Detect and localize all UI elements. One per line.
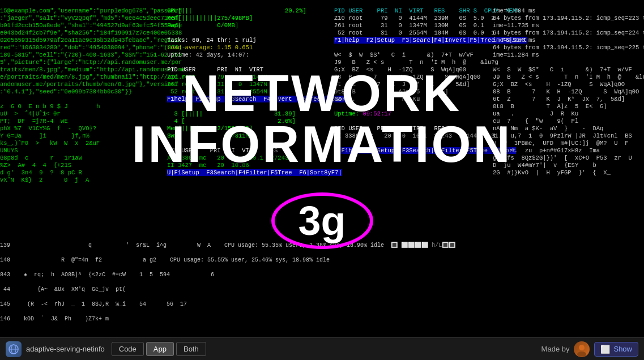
tab-code-button[interactable]: Code <box>112 342 144 356</box>
show-button-label: Show <box>613 345 632 353</box>
avatar <box>574 341 590 357</box>
svg-point-4 <box>577 352 586 357</box>
show-icon: ⬜ <box>600 345 610 354</box>
bottom-toolbar: adaptive-serving-netinfo Code App Both M… <box>0 337 644 360</box>
terminal-col1: 15@example.com","username":"purpledog678… <box>0 0 164 191</box>
terminal-col4: ime=9.904 ms 64 bytes from 173.194.115.2… <box>493 0 644 184</box>
network-type-badge: 3g <box>298 198 346 244</box>
app-icon <box>6 341 22 357</box>
tab-both-button[interactable]: Both <box>176 342 206 356</box>
app-name: adaptive-serving-netinfo <box>26 345 105 353</box>
network-badge-circle: 3g <box>271 192 373 249</box>
svg-point-3 <box>579 345 585 350</box>
terminal-background: 15@example.com","username":"purpledog678… <box>0 0 644 337</box>
tab-app-button[interactable]: App <box>146 342 174 356</box>
terminal-col2: CPU[||| 20.2%] Mem[||||||||||275/498MB] … <box>167 0 331 184</box>
show-button[interactable]: ⬜ Show <box>594 342 638 357</box>
terminal-col3: PID USER PRI NI VIRT RES SHR S CPU% MEM%… <box>334 0 490 162</box>
made-by-text: Made by <box>541 345 570 353</box>
